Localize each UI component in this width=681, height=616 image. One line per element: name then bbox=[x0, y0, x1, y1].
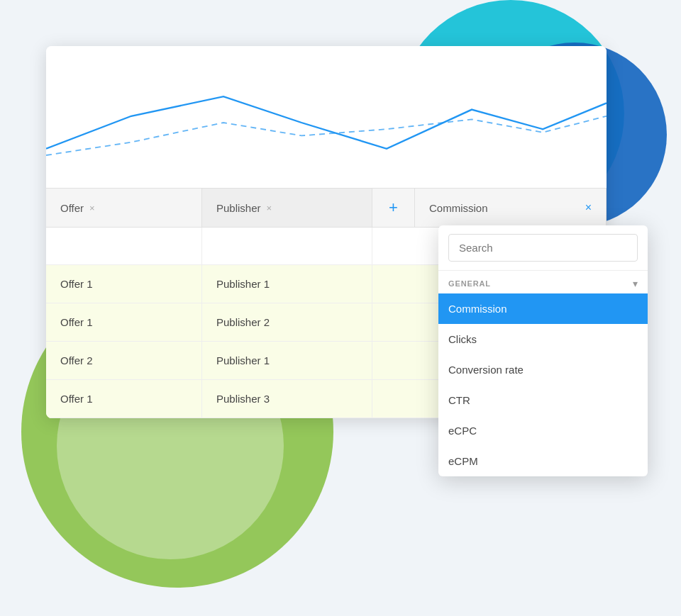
category-label: GENERAL bbox=[448, 279, 491, 288]
dropdown-item-ecpc[interactable]: eCPC bbox=[438, 415, 648, 446]
publisher-cell bbox=[202, 228, 372, 264]
commission-column-header: Commission × bbox=[415, 189, 607, 227]
chevron-down-icon: ▾ bbox=[633, 278, 638, 289]
publisher-remove-button[interactable]: × bbox=[267, 203, 272, 213]
publisher-column-header: Publisher × bbox=[202, 189, 372, 227]
offer-cell: Offer 1 bbox=[46, 265, 202, 303]
offer-column-header: Offer × bbox=[46, 189, 202, 227]
offer-cell: Offer 1 bbox=[46, 303, 202, 341]
search-input[interactable] bbox=[448, 234, 638, 262]
publisher-cell: Publisher 2 bbox=[202, 303, 372, 341]
commission-header-label: Commission bbox=[429, 202, 488, 214]
offer-cell: Offer 2 bbox=[46, 342, 202, 379]
search-container bbox=[438, 225, 648, 271]
publisher-cell: Publisher 3 bbox=[202, 380, 372, 418]
dropdown-item-ctr[interactable]: CTR bbox=[438, 385, 648, 415]
chart-area bbox=[46, 46, 607, 188]
dropdown-item-commission[interactable]: Commission bbox=[438, 293, 648, 324]
dropdown-item-ecpm[interactable]: eCPM bbox=[438, 446, 648, 476]
offer-cell: Offer 1 bbox=[46, 380, 202, 418]
column-picker-dropdown: GENERAL ▾ Commission Clicks Conversion r… bbox=[438, 225, 648, 476]
category-header: GENERAL ▾ bbox=[438, 271, 648, 293]
dropdown-item-conversion-rate[interactable]: Conversion rate bbox=[438, 354, 648, 385]
publisher-cell: Publisher 1 bbox=[202, 265, 372, 303]
offer-header-label: Offer bbox=[60, 202, 84, 214]
publisher-header-label: Publisher bbox=[216, 202, 261, 214]
table-header: Offer × Publisher × + Commission × bbox=[46, 188, 607, 228]
commission-remove-button[interactable]: × bbox=[585, 201, 592, 214]
dropdown-item-clicks[interactable]: Clicks bbox=[438, 324, 648, 354]
add-column-button[interactable]: + bbox=[372, 189, 415, 227]
offer-cell bbox=[46, 228, 202, 264]
publisher-cell: Publisher 1 bbox=[202, 342, 372, 379]
offer-remove-button[interactable]: × bbox=[89, 203, 95, 213]
add-icon: + bbox=[389, 198, 398, 217]
performance-chart bbox=[46, 57, 607, 188]
